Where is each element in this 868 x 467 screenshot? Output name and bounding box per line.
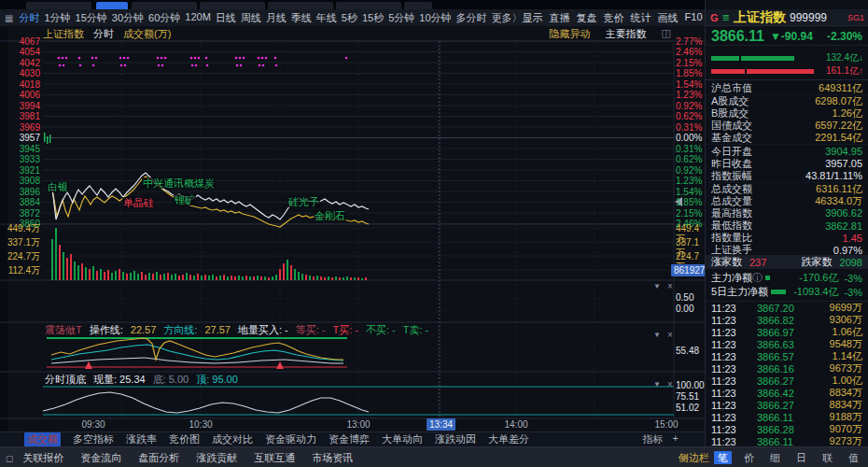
buy-flow-row: 161.1亿↑ xyxy=(711,65,863,77)
main-indices-link[interactable]: 主要指数 xyxy=(606,27,647,40)
tick-tab[interactable]: 价 xyxy=(740,451,758,464)
toolbar-action[interactable]: 复盘 xyxy=(577,11,597,25)
pct-axis-label: 0.62% xyxy=(676,111,704,121)
sell-flow-row: 132.4亿↓ xyxy=(711,52,863,64)
status-menu-item[interactable]: 市场资讯 xyxy=(312,451,353,465)
status-menu-item[interactable]: 盘面分析 xyxy=(138,451,179,465)
indicator1-param: 22.57 xyxy=(131,324,157,335)
indicator-tab[interactable]: 成交额 xyxy=(24,432,61,446)
window-tab[interactable] xyxy=(26,2,91,9)
indicator-tab[interactable]: 大单动向 xyxy=(382,432,423,446)
pct-axis-label: 0.31% xyxy=(676,144,704,154)
indicator-tab[interactable]: 成交对比 xyxy=(212,432,253,446)
panel-collapse-icon[interactable]: ▼ xyxy=(651,331,663,339)
panel-close-icon[interactable]: × xyxy=(665,379,676,389)
net-value: -1093.4亿 xyxy=(793,285,838,299)
sector-alert-label[interactable]: 白银 xyxy=(47,181,69,192)
sector-alert-label[interactable]: 硅光子 xyxy=(287,196,320,207)
panel-box-icon[interactable]: ◫ xyxy=(662,27,671,40)
tick-tab[interactable]: 联 xyxy=(819,451,836,464)
chart-volume-label[interactable]: 成交额(万) xyxy=(123,27,171,40)
period-tab[interactable]: 120M xyxy=(185,11,211,25)
symbol-name[interactable]: 上证指数 xyxy=(734,9,786,26)
window-tab[interactable] xyxy=(268,2,333,9)
tick-tab[interactable]: 值 xyxy=(845,451,862,464)
period-tab[interactable]: 更多〉 xyxy=(492,11,523,25)
info-icon[interactable]: ⓘ xyxy=(752,271,763,285)
grid-lines xyxy=(0,41,705,418)
period-tab[interactable]: 日线 xyxy=(216,11,236,25)
checkbox-icon[interactable]: ◻ xyxy=(6,453,13,463)
chart-canvas[interactable] xyxy=(0,26,705,432)
indicator-tab[interactable]: 涨跌动因 xyxy=(435,432,476,446)
period-tab[interactable]: 分时 xyxy=(19,11,39,25)
status-menu-item[interactable]: 涨跌贡献 xyxy=(196,451,237,465)
status-menu-item[interactable]: 关联报价 xyxy=(22,451,63,465)
price-axis-label: 4054 xyxy=(2,47,40,57)
toolbar-action[interactable]: 画线 xyxy=(658,11,679,25)
panel-collapse-icon[interactable]: ▼ xyxy=(651,282,663,290)
stat-label: 基金成交 xyxy=(711,131,752,145)
tick-tab[interactable]: 笔 xyxy=(714,451,732,464)
period-tabs: 分时1分钟15分钟30分钟60分钟120M日线周线月线季线年线5秒15秒5分钟1… xyxy=(19,11,522,25)
panel-close-icon[interactable]: × xyxy=(665,281,676,291)
sell-flow-value: 132.4亿↓ xyxy=(826,51,863,64)
period-tab[interactable]: 15分钟 xyxy=(76,11,107,25)
indicator-tab[interactable]: 涨跌率 xyxy=(126,432,157,446)
tick-list[interactable]: 11:233867.209699万11:233866.829306万11:233… xyxy=(706,301,868,447)
window-tab[interactable] xyxy=(404,2,432,9)
indicator-tab-bar: 成交额多空指标涨跌率竞价图成交对比资金驱动力资金博弈大单动向涨跌动因大单差分 指… xyxy=(0,432,705,446)
window-tab[interactable] xyxy=(336,2,401,9)
period-tab[interactable]: 10分钟 xyxy=(419,11,451,25)
period-tab[interactable]: 周线 xyxy=(241,11,261,25)
sidebar-button[interactable]: 侧边栏 xyxy=(679,451,709,465)
panel-collapse-icon[interactable]: ▼ xyxy=(651,380,663,389)
sector-alert-label[interactable]: 金刚石 xyxy=(314,210,346,221)
window-tab[interactable] xyxy=(200,2,265,9)
period-tab[interactable]: 月线 xyxy=(266,11,287,25)
volume-crosshair-value: 861927 xyxy=(671,264,707,276)
sector-alert-label[interactable]: 锂矿 xyxy=(174,194,196,205)
indicator-button[interactable]: 指标 xyxy=(643,432,664,446)
active-window-tab[interactable] xyxy=(96,2,128,9)
panel-close-icon[interactable]: × xyxy=(665,330,676,340)
tick-tab[interactable]: 日 xyxy=(792,451,810,464)
net-bar xyxy=(765,276,770,280)
grid-layout-icon[interactable]: ▦ xyxy=(5,13,13,23)
chart-symbol-label[interactable]: 上证指数 xyxy=(43,27,84,40)
period-tab[interactable]: 5分钟 xyxy=(388,11,414,25)
indicator-tab[interactable]: 大单差分 xyxy=(488,432,529,446)
price-axis-label: 3969 xyxy=(2,122,40,133)
period-tab[interactable]: 30分钟 xyxy=(112,11,144,25)
add-indicator-button[interactable]: + xyxy=(673,432,679,446)
down-triangle-icon: ▼ xyxy=(770,30,781,43)
toolbar-action[interactable]: 统计 xyxy=(631,11,651,25)
stats-list: 沪总市值649311亿A股成交6298.07亿B股成交1.26亿国债成交6597… xyxy=(706,82,868,256)
toolbar-action[interactable]: 竞价 xyxy=(604,11,624,25)
time-axis-label: 14:00 xyxy=(504,419,527,430)
period-tab[interactable]: 5秒 xyxy=(342,11,357,25)
price-axis-label: 4042 xyxy=(2,58,40,68)
tick-volume: 9273万 xyxy=(830,434,862,447)
toolbar-action[interactable]: 直播 xyxy=(550,11,570,25)
period-tab[interactable]: 年线 xyxy=(316,11,337,25)
sector-alert-label[interactable]: 单晶硅 xyxy=(122,197,155,208)
indicator-tab[interactable]: 资金博弈 xyxy=(329,432,370,446)
indicator-tab[interactable]: 资金驱动力 xyxy=(265,432,316,446)
period-tab[interactable]: 季线 xyxy=(291,11,312,25)
tick-tab[interactable]: 细 xyxy=(766,451,784,464)
period-tab[interactable]: 多分时 xyxy=(456,11,487,25)
status-menu-item[interactable]: 资金流向 xyxy=(80,451,121,465)
period-tab[interactable]: 1分钟 xyxy=(44,11,70,25)
window-tab[interactable] xyxy=(132,2,197,9)
hide-alerts-link[interactable]: 隐藏异动 xyxy=(550,27,591,40)
price-axis-label: 4030 xyxy=(2,68,40,78)
toolbar-action[interactable]: 显示 xyxy=(523,11,543,25)
status-menu-item[interactable]: 互联互通 xyxy=(254,451,295,465)
indicator-tab[interactable]: 竞价图 xyxy=(169,432,200,446)
sector-alert-label[interactable]: 中兴通讯概煤炭 xyxy=(142,177,216,189)
indicator-tab[interactable]: 多空指标 xyxy=(73,432,114,446)
period-tab[interactable]: 15秒 xyxy=(362,11,384,25)
period-tab[interactable]: 60分钟 xyxy=(148,11,180,25)
toolbar-action[interactable]: F10 xyxy=(685,11,703,25)
